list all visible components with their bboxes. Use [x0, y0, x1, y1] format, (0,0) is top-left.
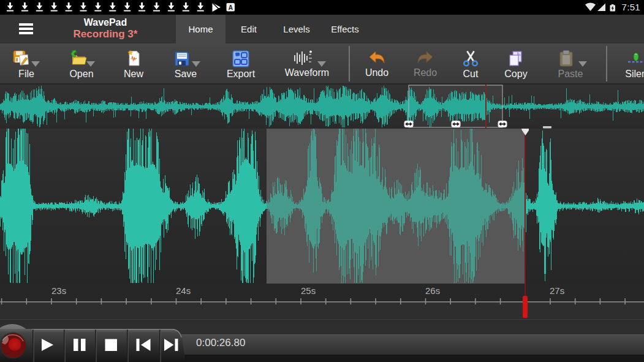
svg-text:A: A [229, 4, 233, 11]
